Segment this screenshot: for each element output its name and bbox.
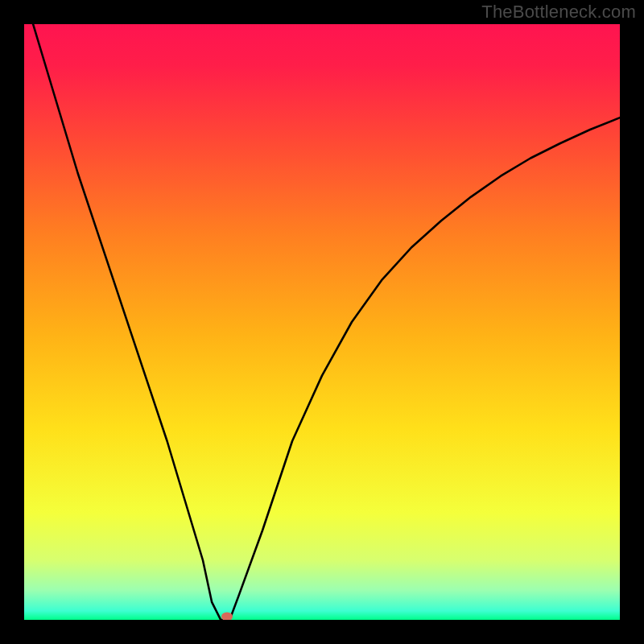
watermark-text: TheBottleneck.com [481, 2, 636, 23]
chart-frame: TheBottleneck.com [0, 0, 644, 644]
curve-layer [24, 24, 620, 620]
plot-area [24, 24, 620, 620]
bottleneck-curve [24, 24, 620, 620]
optimal-marker [221, 613, 233, 621]
